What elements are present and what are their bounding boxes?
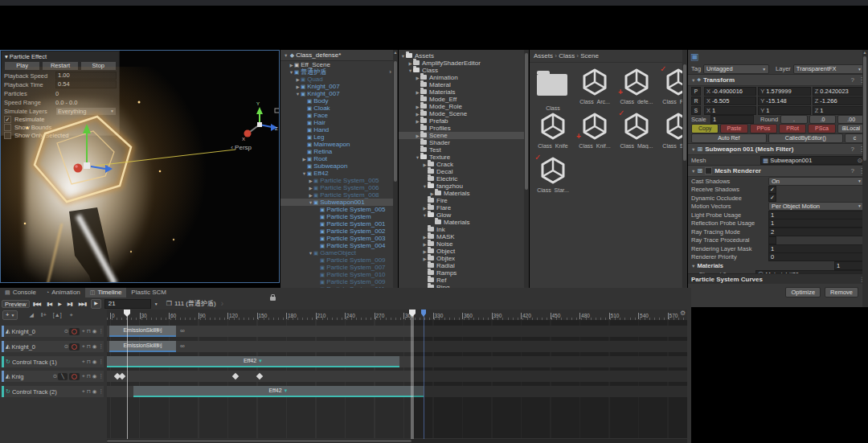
clip-eff42[interactable]: Eff42 ▼ [133,386,424,397]
project-folder-profiles[interactable]: Profiles [399,125,529,132]
track-lock-icon[interactable]: ⊓ [87,343,91,350]
project-folder-materials[interactable]: ▶Materials [399,190,529,197]
project-folder-mode_scene[interactable]: ▶Mode_Scene [399,110,529,117]
timeline-settings-gear-icon[interactable]: ⚙ [680,310,686,317]
transform-copy-button[interactable]: Copy [691,124,719,133]
hierarchy-item-face[interactable]: ▣Face [280,112,398,119]
asset-item-class_defe-[interactable]: +Class_defe... [616,68,657,105]
asset-item-class_mag-[interactable]: ✓Class_Mag... [616,112,657,149]
scroll-up-icon[interactable]: ▲ [393,50,398,55]
project-folder-materials[interactable]: ▶Materials [399,88,529,96]
z-field[interactable]: Z -1.266 [813,96,865,105]
help-icon[interactable]: ? [851,76,854,84]
track-mute-eye-icon[interactable]: ◉ [92,359,97,365]
track-lock-icon[interactable]: ⊓ [87,388,91,395]
asset-item-class_knif-[interactable]: +Class_Knif... [574,112,616,149]
timeline-track-content[interactable]: EmissionSkill到∞EmissionSkill到∞Eff42 ▼Eff… [107,320,687,438]
breadcrumb-class[interactable]: Class [559,52,575,59]
mesh-renderer-header[interactable]: ▼ ⊞ Mesh Renderer ? ⋮ [688,165,868,177]
curves-optimize-button[interactable]: Optimize [785,287,821,297]
asset-item-class_knife[interactable]: Class_Knife [532,112,574,149]
timeline-horizontal-scrollbar[interactable] [107,439,687,443]
project-folder-crack[interactable]: ▶Crack [399,161,529,168]
project-scrollbar[interactable]: ▼ [524,50,529,293]
playhead-line[interactable] [127,310,128,443]
project-folder-amplifyshadereditor[interactable]: ▶AmplifyShaderEditor [399,59,529,67]
transport-step-forward-button[interactable]: ▶▮ [64,301,76,306]
current-frame-field[interactable]: 21 [104,299,151,309]
project-folder-objtex[interactable]: ▶Objtex [399,255,529,262]
frame-dropdown-icon[interactable]: ▼ [154,301,158,306]
project-folder-fire[interactable]: Fire [399,197,529,204]
assets-scrollbar[interactable] [682,50,687,293]
scene-view[interactable]: Z X Y ‹ Persp ▾ Particle Effect PlayRest… [0,50,280,283]
hierarchy-item-particle-system_009[interactable]: ▣Particle System_009 [280,278,398,285]
y-field[interactable]: Y 1.579999 [758,87,810,96]
project-folder-test[interactable]: Test [399,146,529,154]
track-mute-eye-icon[interactable]: ◉ [92,388,97,395]
project-folder-ramps[interactable]: Ramps [399,269,529,277]
transform-paste-button[interactable]: Paste [720,124,747,133]
prefab-open-arrow-icon[interactable]: › [389,68,391,76]
transform-ppos-button[interactable]: PPos [750,124,777,133]
hierarchy-item-particle-system[interactable]: ▣Particle System [280,213,398,220]
help-icon[interactable]: ? [851,167,854,174]
keyframe-diamond[interactable] [256,373,263,379]
curves-remove-button[interactable]: Remove [825,287,858,297]
preview-button[interactable]: Preview [2,300,30,308]
project-folder-glow[interactable]: ▼Glow [399,211,529,219]
row-field[interactable]: 1 [768,219,865,228]
track-menu-icon[interactable]: ⋮ [99,328,104,334]
hierarchy-item-retina[interactable]: ▣Retina [280,148,398,155]
z-field[interactable]: Z 1 [813,106,865,115]
hierarchy-item-subweapon001[interactable]: ▼▣Subweapon001 [280,199,398,206]
track-header-knight_0[interactable]: ◭Knight_0⊙⌖⊓◉⋮ [2,326,104,337]
tab-animation[interactable]: ◔Animation [41,288,85,297]
hierarchy-item-particle-system_003[interactable]: ▣Particle System_003 [280,235,398,242]
help-icon[interactable]: ? [851,146,854,153]
project-folder-ink[interactable]: Ink [399,226,529,233]
project-folder-object[interactable]: ▶Object [399,248,529,255]
hierarchy-scrollbar[interactable]: ▲ ▼ [393,50,398,297]
project-folder-mode_eff[interactable]: Mode_Eff [399,96,529,103]
track-pin-icon[interactable]: ⌖ [82,373,85,379]
transport-step-back-button[interactable]: ▮◀ [43,301,55,306]
track-header-control-track-2-[interactable]: ↻Control Track (2)⌖⊓◉⋮ [2,386,104,397]
transport-skip-start-button[interactable]: ▮◀◀ [30,301,44,306]
project-folder-assets[interactable]: ▼Assets [399,52,529,59]
x-field[interactable]: X 1 [704,106,756,115]
mesh-filter-header[interactable]: ▼ ⊞ Subweapon 001 (Mesh Filter) ? ⋮ [688,143,868,155]
keyframe-diamond[interactable] [119,373,125,379]
project-folder-animation[interactable]: ▶Animation [399,74,529,81]
hierarchy-item-mainweapon[interactable]: ▣Mainweapon [280,141,398,148]
project-folder-noise[interactable]: ▶Noise [399,240,529,248]
transform-header[interactable]: ▼ ⌖ Transform ? ⋮ [688,74,868,86]
project-folder-prefab[interactable]: ▶Prefab [399,117,529,125]
project-folder-electric[interactable]: Electric [399,175,529,183]
track-mute-eye-icon[interactable]: ◉ [92,343,97,350]
hierarchy-item-subweapon[interactable]: ▣Subweapon [280,162,398,170]
project-folder-materials[interactable]: Materials [399,219,529,226]
project-folder-scene[interactable]: ▶Scene [399,132,529,139]
row-field[interactable]: 0 [768,252,865,261]
project-folder-flare[interactable]: ▶Flare [399,204,529,211]
project-folder-mask[interactable]: ▶MASK [399,233,529,240]
hierarchy-item-eff_scene[interactable]: ▶▣Eff_Scene [280,61,398,68]
scale-field[interactable]: 1 [710,115,754,124]
z-field[interactable]: Z 0.2420023 [813,87,865,96]
inspector-scrollbar[interactable]: ▲ [862,50,868,307]
project-folder-ref[interactable]: Ref [399,277,529,284]
breadcrumb-scene[interactable]: Scene [580,52,599,59]
track-lock-icon[interactable]: ⊓ [87,328,91,334]
hierarchy-item-gameobject[interactable]: ▼▣GameObject [280,249,398,256]
hierarchy-item-particle-system_002[interactable]: ▣Particle System_002 [280,228,398,235]
project-folder-decal[interactable]: Decal [399,168,529,175]
row-field[interactable]: 2 [768,228,865,236]
hierarchy-item-particle-system_006[interactable]: ▶▣Particle System_006 [280,184,398,191]
track-menu-icon[interactable]: ⋮ [99,343,104,350]
particle-system-curves-bar[interactable]: Particle System Curves ⋮ [688,273,868,284]
hierarchy-item-particle-system_010[interactable]: ▣Particle System_010 [280,271,398,278]
row-checkbox[interactable] [768,236,776,244]
row-checkbox[interactable]: ✓ [768,194,776,202]
track-header-control-track-1-[interactable]: ↻Control Track (1)⌖⊓◉⋮ [2,356,104,367]
